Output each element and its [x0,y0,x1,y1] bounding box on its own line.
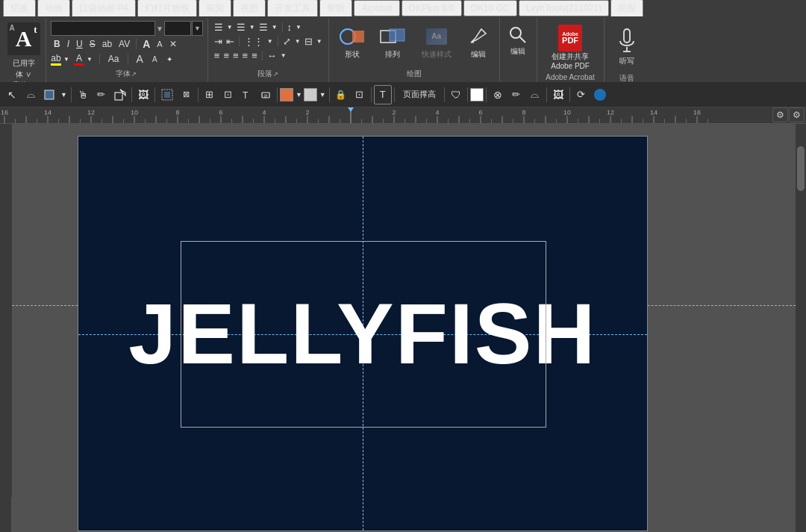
font-az-btn[interactable]: ✦ [163,52,175,66]
font-color-btn[interactable]: A [74,53,84,66]
cancel-btn[interactable]: ⊗ [489,85,507,104]
multilevel-list-btn[interactable]: ☰ [257,21,269,34]
align-vert-dropdown[interactable]: ▼ [315,37,324,46]
listen-btn[interactable]: 听写 [612,21,642,73]
page-fit-btn[interactable]: 页面撑高 [397,85,442,104]
underline-btn[interactable]: U [73,37,86,51]
image-btn[interactable]: 🖼 [134,85,152,104]
pencil2-btn[interactable]: ✏ [507,85,525,104]
settings-btn2[interactable]: ⚙ [789,107,805,122]
shadow-btn[interactable]: ab [99,37,115,51]
crop-btn[interactable]: ⊡ [219,85,237,104]
bullet-list-btn[interactable]: ☰ [213,21,225,34]
align-right-btn[interactable]: ≡ [231,49,240,62]
resize-handle-btn[interactable]: ⊡ [351,85,369,104]
jellyfish-text[interactable]: JELLYFISH [128,284,596,383]
font-size-down-btn[interactable]: A [154,37,165,51]
indent-right-btn[interactable]: ⇥ [213,35,224,48]
justify-btn[interactable]: ≡ [241,49,250,62]
distribute-btn[interactable]: ≡ [250,49,259,62]
text-dir-dropdown[interactable]: ▼ [293,37,302,46]
circle-filled-btn[interactable] [591,85,609,104]
highlight-btn[interactable]: ab [51,53,61,66]
strikethrough-btn[interactable]: S [87,37,99,51]
select-arrow-btn[interactable]: ↖ [3,85,21,104]
arrange-btn[interactable]: 排列 [374,21,411,62]
text-box-btn[interactable]: T [374,85,392,104]
font-size-input[interactable]: 199 [164,21,191,36]
highlight-dropdown[interactable]: ▼ [62,55,71,63]
canvas-wrapper[interactable]: JELLYFISH [12,124,796,532]
menu-qianghuan[interactable]: 切换 [3,0,36,18]
menu-animation[interactable]: 动画 [37,0,70,18]
search-btn[interactable]: 编辑 [503,19,533,60]
font-name-input[interactable] [51,21,155,36]
align-left-btn[interactable]: ≡ [213,49,222,62]
col-layout-dropdown[interactable]: ▼ [266,37,275,46]
cursor-tool-btn[interactable]: 🖱 [74,85,92,104]
lasso2-btn[interactable]: ⌓ [526,85,544,104]
font-small-a-btn[interactable]: A [149,52,160,66]
align-vert2-dropdown[interactable]: ▼ [279,51,288,60]
vertical-scrollbar[interactable] [796,124,806,532]
select-rect-btn[interactable] [40,85,58,104]
select-dropdown-btn[interactable]: ▼ [59,85,69,104]
multilevel-dropdown[interactable]: ▼ [270,23,279,31]
menu-help[interactable]: 帮助 [319,0,352,18]
font-props-expand[interactable]: ↗ [131,71,137,78]
white-box[interactable] [470,88,484,101]
stroke-color-box[interactable] [304,88,317,101]
font-case-btn[interactable]: Aa [105,52,122,66]
menu-pocket-animation[interactable]: 口袋动画 PA [72,0,136,18]
transform-btn[interactable]: ⊞ [201,85,219,104]
edit-btn[interactable]: 编辑 [462,21,495,62]
menu-slideshow[interactable]: 幻灯片放映 [137,0,197,18]
settings-btn1[interactable]: ⚙ [772,107,788,122]
menu-view[interactable]: 视图 [233,0,266,18]
photo-btn[interactable]: 🖼 [549,85,567,104]
menu-ok10gc[interactable]: OK10 GC [463,0,517,16]
number-list-dropdown[interactable]: ▼ [248,23,257,31]
text-dir-btn[interactable]: ⤢ [281,35,293,48]
font-size-dropdown-btn[interactable]: ▼ [192,21,203,36]
fill-color-box[interactable] [280,88,293,101]
allcaps-btn[interactable]: AV [116,37,133,51]
quickstyle-btn[interactable]: Aa 快速样式 [414,21,459,62]
adobe-create-btn[interactable]: Adobe PDF 创建并共享 Adobe PDF [546,21,594,73]
menu-jianbo[interactable]: 简报 [610,0,643,18]
font-color-dropdown[interactable]: ▼ [85,55,94,63]
select-lasso-btn[interactable]: ⌓ [22,85,40,104]
bold-btn[interactable]: B [51,37,63,51]
col-layout-btn[interactable]: ⋮⋮ [243,35,265,48]
align-vert-btn[interactable]: ⊟ [303,35,314,48]
font-clear-btn[interactable]: ✕ [166,37,180,51]
menu-devtools[interactable]: 开发工具 [267,0,318,18]
indent-left-btn[interactable]: ⇤ [225,35,236,48]
select-all-btn[interactable] [157,85,177,104]
menu-acrobat[interactable]: Acrobat [354,0,399,16]
line-spacing-dropdown[interactable]: ▼ [294,23,303,31]
stroke-color-dropdown[interactable]: ▼ [319,85,327,104]
menu-okplus[interactable]: OKPlus 9.0 [402,0,462,16]
menu-lvyhtools[interactable]: LvyhTools(211021) [519,0,609,16]
connect-btn[interactable]: ⟳ [572,85,590,104]
bullet-list-dropdown[interactable]: ▼ [225,23,234,31]
deselect-btn[interactable]: ⊠ [178,85,196,104]
align-center-btn[interactable]: ≡ [222,49,231,62]
ink-btn[interactable]: T [238,85,256,104]
slide-canvas[interactable]: JELLYFISH [78,136,648,531]
lock-btn[interactable]: 🔒 [332,85,350,104]
fill-color-dropdown[interactable]: ▼ [295,85,303,104]
font-large-a-btn[interactable]: A [134,52,146,66]
line-spacing-btn[interactable]: ↕ [286,21,294,34]
scrollbar-thumb[interactable] [797,146,805,191]
shape-btn[interactable]: 形状 [334,21,371,62]
italic-btn[interactable]: I [64,37,72,51]
align-vert2-btn[interactable]: ↔ [266,49,278,62]
eraser-btn[interactable]: ⊘ [257,85,275,104]
font-size-up-btn[interactable]: A [140,37,153,51]
pencil-btn[interactable]: ✏ [93,85,110,104]
protect-btn[interactable]: 🛡 [447,85,465,104]
menu-review[interactable]: 审阅 [199,0,231,18]
para-expand[interactable]: ↗ [272,71,279,78]
